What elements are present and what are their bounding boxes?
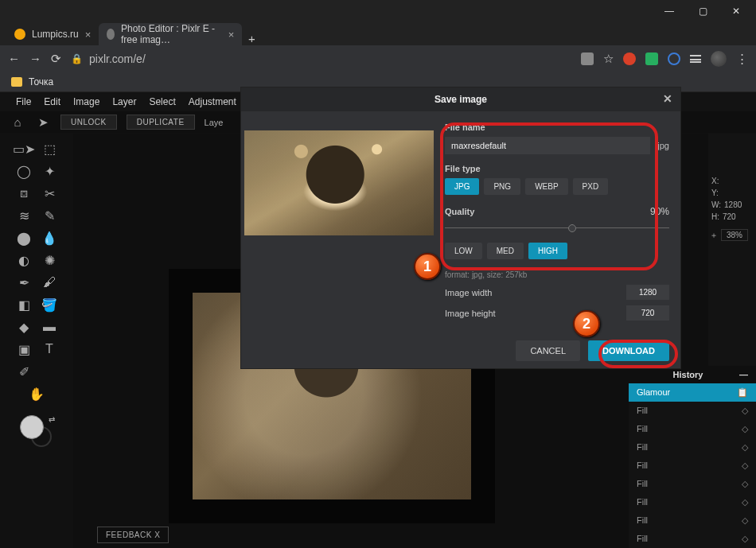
tab-title: Lumpics.ru	[32, 29, 79, 40]
zoom-value: 38%	[721, 229, 748, 241]
duplicate-button[interactable]: DUPLICATE	[127, 115, 195, 130]
extension-blue-icon[interactable]	[668, 52, 680, 65]
menu-dots-icon[interactable]: ⋮	[736, 52, 748, 66]
window-maximize-button[interactable]: ▢	[686, 2, 719, 21]
cut-tool-icon[interactable]: ✂	[41, 185, 58, 202]
size-info: X: Y: W:1280 H:720	[711, 175, 742, 223]
zoom-in-icon[interactable]: ＋	[710, 230, 718, 241]
download-button[interactable]: DOWNLOAD	[588, 340, 669, 361]
history-item-glamour[interactable]: Glamour📋	[629, 383, 756, 402]
marquee-tool-icon[interactable]: ⬚	[41, 140, 58, 157]
quality-value: 90%	[650, 206, 669, 217]
dialog-title-bar: Save image ✕	[241, 87, 680, 111]
shape-tool-icon[interactable]: ▬	[41, 318, 58, 336]
dialog-close-icon[interactable]: ✕	[663, 92, 672, 105]
lock-icon: 🔒	[71, 53, 83, 64]
front-color-swatch[interactable]	[20, 415, 44, 439]
menu-adjust[interactable]: Adjustment	[189, 96, 236, 107]
quality-slider[interactable]	[445, 223, 669, 233]
browser-tab-pixlr[interactable]: Photo Editor : Pixlr E - free imag… ×	[99, 23, 242, 45]
history-item[interactable]: Fill◇	[629, 420, 756, 438]
quality-high[interactable]: HIGH	[528, 243, 567, 259]
blur-tool-icon[interactable]: 💧	[41, 229, 58, 247]
translate-icon[interactable]	[581, 52, 594, 65]
sponge-tool-icon[interactable]: ✺	[41, 251, 58, 269]
crop-tool-icon[interactable]: ⧈	[15, 185, 33, 202]
annotation-badge-1: 1	[414, 253, 441, 280]
frame-tool-icon[interactable]: ▣	[15, 340, 33, 358]
filetype-png[interactable]: PNG	[484, 178, 520, 195]
new-tab-button[interactable]: +	[242, 32, 261, 45]
history-item[interactable]: Fill◇	[629, 530, 756, 548]
image-height-input[interactable]: 720	[626, 305, 669, 321]
filetype-jpg[interactable]: JPG	[445, 178, 479, 195]
nav-reload-icon[interactable]: ⟳	[51, 52, 61, 66]
wand-tool-icon[interactable]: ✦	[41, 162, 58, 180]
layer-label: Laye	[205, 118, 224, 127]
zoom-tool-icon[interactable]	[41, 363, 58, 380]
gradient-tool-icon[interactable]: ◆	[15, 318, 33, 336]
menu-select[interactable]: Select	[149, 96, 175, 107]
color-picker[interactable]: ⇄	[18, 415, 55, 447]
lasso-tool-icon[interactable]: ◯	[15, 162, 33, 180]
history-item[interactable]: Fill◇	[629, 475, 756, 493]
cursor-icon[interactable]: ➤	[35, 115, 51, 130]
unlock-button[interactable]: UNLOCK	[60, 115, 117, 130]
history-item[interactable]: Fill◇	[629, 457, 756, 475]
cancel-button[interactable]: CANCEL	[516, 340, 580, 361]
menu-file[interactable]: File	[16, 96, 31, 107]
bookmark-label[interactable]: Точка	[29, 76, 53, 87]
clone-tool-icon[interactable]: ⬤	[15, 229, 33, 247]
bookmark-star-icon[interactable]: ☆	[603, 52, 614, 66]
liquify-tool-icon[interactable]: ≋	[15, 207, 33, 224]
eraser-tool-icon[interactable]: ◧	[15, 296, 33, 313]
quality-med[interactable]: MED	[487, 243, 524, 259]
heal-tool-icon[interactable]: ✎	[41, 207, 58, 224]
window-titlebar: — ▢ ✕	[0, 0, 756, 21]
menu-image[interactable]: Image	[73, 96, 99, 107]
history-item[interactable]: Fill◇	[629, 402, 756, 420]
history-item[interactable]: Fill◇	[629, 438, 756, 457]
slider-thumb-icon[interactable]	[568, 224, 576, 232]
history-item[interactable]: Fill◇	[629, 511, 756, 530]
menu-edit[interactable]: Edit	[44, 96, 60, 107]
pen-tool-icon[interactable]: ✒	[15, 274, 33, 291]
zoom-control[interactable]: ＋ 38%	[710, 229, 748, 241]
history-item[interactable]: Fill◇	[629, 493, 756, 511]
filetype-pxd[interactable]: PXD	[573, 178, 609, 195]
profile-avatar[interactable]	[711, 51, 727, 67]
tab-close-icon[interactable]: ×	[228, 29, 235, 41]
brush-tool-icon[interactable]: 🖌	[41, 274, 58, 291]
feedback-button[interactable]: FEEDBACK X	[97, 527, 169, 543]
image-width-input[interactable]: 1280	[626, 285, 669, 300]
fill-tool-icon[interactable]: 🪣	[41, 296, 58, 313]
extension-opera-icon[interactable]	[623, 52, 636, 65]
menu-layer[interactable]: Layer	[112, 96, 136, 107]
filename-input[interactable]	[445, 137, 650, 154]
address-field[interactable]: 🔒 pixlr.com/e/	[71, 52, 571, 65]
eyedropper-tool-icon[interactable]: ✐	[15, 363, 33, 380]
browser-addrbar: ← → ⟳ 🔒 pixlr.com/e/ ☆ ⋮	[0, 45, 756, 72]
tab-close-icon[interactable]: ×	[85, 29, 92, 41]
favicon-icon	[14, 29, 25, 40]
home-icon[interactable]: ⌂	[10, 115, 25, 129]
swap-colors-icon[interactable]: ⇄	[49, 415, 55, 424]
minimize-icon[interactable]: —	[739, 370, 748, 379]
image-height-label: Image height	[445, 309, 496, 318]
reading-list-icon[interactable]	[690, 55, 701, 63]
window-minimize-button[interactable]: —	[653, 2, 686, 21]
browser-tab-lumpics[interactable]: Lumpics.ru ×	[6, 23, 99, 45]
text-tool-icon[interactable]: T	[41, 340, 58, 358]
dodge-tool-icon[interactable]: ◐	[15, 251, 33, 269]
quality-low[interactable]: LOW	[445, 243, 482, 259]
filetype-selector: JPG PNG WEBP PXD	[445, 178, 669, 195]
filetype-webp[interactable]: WEBP	[525, 178, 567, 195]
nav-forward-icon[interactable]: →	[29, 52, 41, 65]
window-close-button[interactable]: ✕	[719, 2, 753, 21]
quality-presets: LOW MED HIGH	[445, 243, 669, 259]
extension-green-icon[interactable]	[645, 52, 658, 65]
nav-back-icon[interactable]: ←	[8, 52, 20, 65]
hand-tool-icon[interactable]: ✋	[28, 385, 45, 402]
move-tool-icon[interactable]: ▭➤	[15, 140, 33, 157]
tool-panel: ▭➤⬚ ◯✦ ⧈✂ ≋✎ ⬤💧 ◐✺ ✒🖌 ◧🪣 ◆▬ ▣T ✐ ✋ ⇄	[0, 134, 73, 548]
